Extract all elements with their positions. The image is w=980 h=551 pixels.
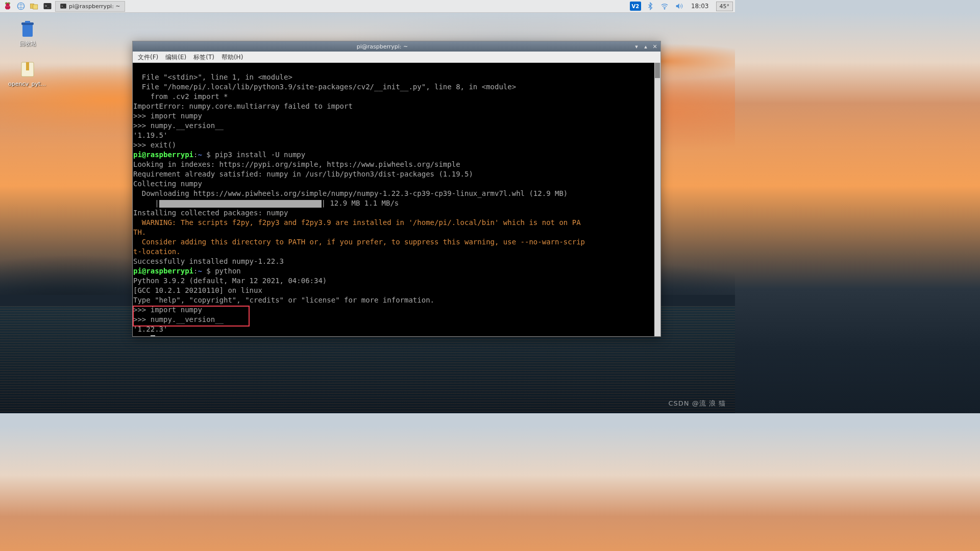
svg-point-12: [664, 9, 665, 9]
desktop-trash[interactable]: 回收站: [8, 18, 47, 47]
desktop-opencv[interactable]: opencv_python...: [8, 59, 47, 87]
term-warning: Consider adding this directory to PATH o…: [133, 238, 585, 246]
cpu-temp[interactable]: 45°: [716, 2, 733, 11]
scrollbar-thumb[interactable]: [655, 63, 660, 78]
terminal-launcher-icon[interactable]: >_: [42, 1, 53, 12]
term-warning: t-location.: [133, 247, 181, 256]
watermark: CSDN @流 浪 猫: [669, 399, 726, 408]
svg-rect-13: [22, 24, 33, 37]
term-line: File "/home/pi/.local/lib/python3.9/site…: [133, 83, 516, 91]
terminal-output[interactable]: File "<stdin>", line 1, in <module> File…: [133, 63, 660, 336]
close-button[interactable]: ✕: [650, 42, 659, 51]
term-line: >>> numpy.__version__: [133, 315, 224, 323]
term-cursor-line: >>>: [133, 335, 155, 336]
minimize-button[interactable]: ▾: [632, 42, 641, 51]
term-line: Installing collected packages: numpy: [133, 209, 288, 217]
svg-rect-15: [25, 21, 30, 23]
menu-tabs[interactable]: 标签(T): [190, 52, 217, 63]
term-line: Python 3.9.2 (default, Mar 12 2021, 04:0…: [133, 277, 327, 285]
term-line: >>> import numpy: [133, 306, 202, 314]
taskbar-task-label: pi@raspberrypi: ~: [69, 3, 120, 10]
desktop-opencv-label: opencv_python...: [8, 81, 47, 87]
term-line: '1.22.3': [133, 325, 167, 333]
svg-rect-7: [33, 5, 38, 9]
term-line: [GCC 10.2.1 20210110] on linux: [133, 286, 262, 294]
term-line: Successfully installed numpy-1.22.3: [133, 257, 284, 265]
bluetooth-icon[interactable]: [645, 1, 655, 11]
term-line: Requirement already satisfied: numpy in …: [133, 170, 473, 178]
term-line: Type "help", "copyright", "credits" or "…: [133, 296, 434, 304]
trash-icon: [17, 18, 38, 39]
term-progress: || 12.9 MB 1.1 MB/s: [133, 199, 399, 207]
maximize-button[interactable]: ▴: [641, 42, 650, 51]
term-warning: TH.: [133, 228, 146, 236]
volume-icon[interactable]: [674, 1, 684, 11]
cursor-icon: [151, 335, 155, 336]
menu-help[interactable]: 帮助(H): [218, 52, 246, 63]
term-line: >>> numpy.__version__: [133, 121, 224, 130]
taskbar: >_ >_ pi@raspberrypi: ~ V2 18:03 45°: [0, 0, 735, 13]
svg-text:>_: >_: [61, 5, 65, 8]
term-prompt: pi@raspberrypi:~ $ pip3 install -U numpy: [133, 151, 305, 159]
titlebar[interactable]: pi@raspberrypi: ~ ▾ ▴ ✕: [133, 41, 660, 52]
menubar: 文件(F) 编辑(E) 标签(T) 帮助(H): [133, 52, 660, 63]
terminal-window: pi@raspberrypi: ~ ▾ ▴ ✕ 文件(F) 编辑(E) 标签(T…: [132, 41, 661, 337]
term-line: ImportError: numpy.core.multiarray faile…: [133, 102, 353, 110]
term-line: Downloading https://www.piwheels.org/sim…: [133, 189, 568, 197]
term-line: File "<stdin>", line 1, in <module>: [133, 73, 292, 81]
term-warning: WARNING: The scripts f2py, f2py3 and f2p…: [133, 218, 581, 227]
taskbar-task-terminal[interactable]: >_ pi@raspberrypi: ~: [55, 1, 125, 12]
svg-rect-17: [26, 62, 29, 70]
term-line: Collecting numpy: [133, 180, 202, 188]
term-prompt: pi@raspberrypi:~ $ python: [133, 267, 241, 275]
menu-edit[interactable]: 编辑(E): [162, 52, 189, 63]
menu-icon[interactable]: [2, 1, 13, 12]
browser-icon[interactable]: [15, 1, 27, 12]
term-line: '1.19.5': [133, 131, 167, 139]
term-line: >>> import numpy: [133, 112, 202, 120]
svg-text:>_: >_: [45, 4, 50, 8]
scrollbar[interactable]: [654, 63, 660, 336]
clock[interactable]: 18:03: [688, 3, 712, 10]
wifi-icon[interactable]: [659, 1, 670, 11]
term-line: Looking in indexes: https://pypi.org/sim…: [133, 160, 460, 168]
term-line: >>> exit(): [133, 141, 176, 149]
menu-file[interactable]: 文件(F): [135, 52, 161, 63]
archive-icon: [17, 59, 38, 80]
desktop-trash-label: 回收站: [19, 40, 36, 47]
window-title: pi@raspberrypi: ~: [133, 43, 632, 50]
vnc-icon[interactable]: V2: [630, 2, 641, 11]
filemanager-icon[interactable]: [29, 1, 40, 12]
term-line: from .cv2 import *: [133, 92, 228, 101]
